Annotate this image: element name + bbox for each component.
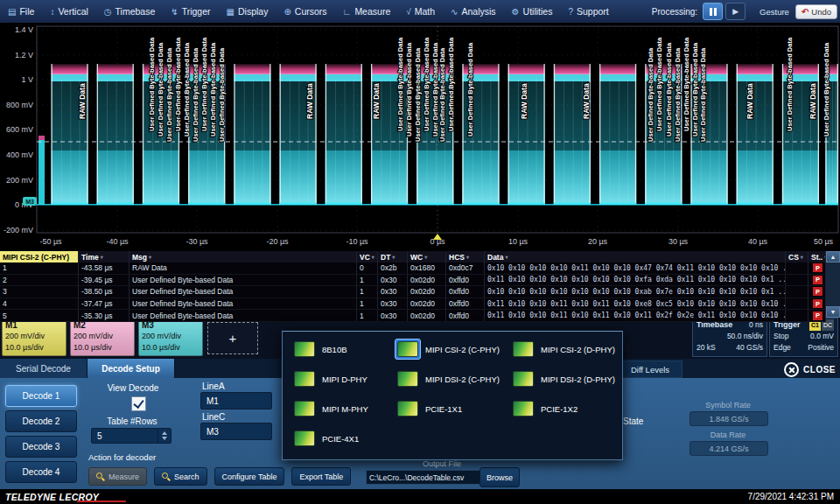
pass-badge: P [813, 276, 822, 284]
menu-item-measure[interactable]: ∟Measure [335, 0, 399, 23]
protocol-option-label: 8B10B [322, 345, 347, 354]
tab-diff-levels[interactable]: Diff Levels [618, 360, 682, 378]
linea-label: LineA [202, 382, 225, 391]
view-decode-checkbox[interactable] [131, 396, 146, 411]
menu-item-file[interactable]: ▤File [0, 0, 42, 23]
cell-cs [786, 298, 808, 310]
decode-table-row[interactable]: 4-37.47 µsUser Defined Byte-based Data10… [0, 298, 826, 311]
utilities-icon: ⚙ [512, 7, 520, 17]
configure-table-button[interactable]: Configure Table [214, 467, 285, 486]
decode-table-row[interactable]: 1-43.58 µsRAW Data00x2b0x16800xd0c70x10 … [0, 262, 826, 275]
protocol-option-pcie-1x1[interactable]: PCIE-1X1 [395, 398, 510, 419]
timebase-box[interactable]: Timebase0 ns 50.0 ns/div 20 kS40 GS/s [692, 318, 767, 357]
linec-select[interactable]: M3 [200, 423, 272, 440]
pass-badge: P [813, 287, 822, 296]
column-header-hcs[interactable]: HCS [446, 251, 485, 262]
measure-button[interactable]: Measure [88, 467, 147, 486]
processing-group: Processing: ▶ Gesture ↶Undo [652, 3, 840, 20]
svg-text:50 µs: 50 µs [814, 237, 834, 246]
cell-hcs: 0xffd0 [446, 298, 485, 310]
trigger-slope: Positive [808, 342, 834, 354]
menu-item-support[interactable]: ?Support [560, 0, 616, 23]
column-header-dt[interactable]: DT [378, 251, 408, 262]
tab-serial-decode[interactable]: Serial Decode [0, 359, 88, 378]
pause-button[interactable] [703, 3, 723, 20]
protocol-option-pcie-4x1[interactable]: PCIE-4X1 [291, 428, 395, 449]
trigger-box[interactable]: TriggerC1DC Stop0.0 mV EdgePositive [769, 318, 838, 357]
trace-box-m3[interactable]: M3200 mV/div10.0 µs/div [138, 318, 203, 356]
protocol-option-pcie-1x2[interactable]: PCIE-1X2 [510, 398, 624, 419]
trace-box-m2[interactable]: M2200 mV/div10.0 µs/div [70, 318, 135, 356]
menu-item-trigger[interactable]: ↯Trigger [163, 0, 218, 23]
column-header-time[interactable]: Time [79, 251, 130, 262]
protocol-icon [513, 401, 534, 416]
decode-4-button[interactable]: Decode 4 [5, 461, 77, 483]
decode-table-title[interactable]: MIPI CSI-2 (C-PHY) [0, 251, 79, 262]
action-button-label: Configure Table [222, 472, 277, 481]
decode-table-row[interactable]: 3-38.50 µsUser Defined Byte-based Data10… [0, 286, 826, 298]
close-button[interactable]: CLOSE [784, 362, 836, 377]
protocol-option-mipi-m-phy[interactable]: MIPI M-PHY [291, 398, 395, 419]
decode-1-button[interactable]: Decode 1 [5, 385, 77, 407]
protocol-option-mipi-csi-2-c-phy-[interactable]: MIPI CSI-2 (C-PHY) [395, 339, 510, 360]
menu-item-analysis[interactable]: ∿Analysis [443, 0, 504, 23]
linea-select[interactable]: M1 [200, 392, 272, 410]
protocol-option-label: PCIE-1X1 [425, 404, 462, 414]
waveform-area[interactable]: RAW DataUser Defined Byte-based DataUser… [0, 23, 840, 251]
cell-status: P [808, 310, 826, 321]
column-header-vc[interactable]: VC [357, 251, 378, 262]
scroll-up-icon[interactable]: ▲ [826, 251, 840, 262]
decode-2-button[interactable]: Decode 2 [5, 410, 77, 432]
protocol-option-mipi-csi-2-d-phy-[interactable]: MIPI CSI-2 (D-PHY) [510, 339, 624, 360]
teledyne-lecroy-logo: TELEDYNE LECROY [0, 492, 99, 502]
search-button[interactable]: Search [154, 467, 207, 486]
menu-item-display[interactable]: ▦Display [219, 0, 276, 23]
cell-status: P [808, 275, 826, 286]
scroll-down-icon[interactable]: ▼ [826, 306, 840, 318]
output-file-input[interactable] [366, 470, 481, 485]
decode-table-row[interactable]: 2-39.45 µsUser Defined Byte-based Data10… [0, 275, 826, 287]
trace-box-m1[interactable]: M1200 mV/div10.0 µs/div [2, 318, 66, 356]
browse-button[interactable]: Browse [480, 467, 520, 487]
protocol-option-label: MIPI DSI-2 (D-PHY) [541, 374, 615, 384]
add-trace-button[interactable]: + [207, 322, 258, 354]
decode-table-header: MIPI CSI-2 (C-PHY)TimeMsgVCDTWCHCSDataCS… [0, 251, 826, 262]
trigger-icon: ↯ [171, 7, 178, 17]
protocol-option-label: MIPI D-PHY [322, 374, 368, 384]
table-scrollbar[interactable]: ▲ ▼ [826, 251, 840, 318]
column-header-msg[interactable]: Msg [130, 251, 357, 262]
column-header-data[interactable]: Data [485, 251, 786, 262]
protocol-option-mipi-dsi-2-d-phy-[interactable]: MIPI DSI-2 (D-PHY) [510, 368, 624, 389]
play-button[interactable]: ▶ [725, 3, 746, 20]
row-index: 2 [0, 275, 79, 286]
undo-button[interactable]: ↶Undo [795, 4, 837, 19]
protocol-option-8b10b[interactable]: 8B10B [291, 339, 395, 360]
menu-item-math[interactable]: √Math [398, 0, 443, 23]
file-icon: ▤ [8, 7, 16, 17]
menu-item-vertical[interactable]: ↕Vertical [42, 0, 95, 23]
column-header-cs[interactable]: CS [786, 251, 808, 262]
decode-3-button[interactable]: Decode 3 [5, 436, 77, 458]
table-rows-stepper[interactable]: 5 [91, 428, 172, 444]
menu-item-utilities[interactable]: ⚙Utilities [504, 0, 561, 23]
menu-item-timebase[interactable]: ◷Timebase [96, 0, 163, 23]
decode-table-row[interactable]: 5-35.30 µsUser Defined Byte-based Data10… [0, 310, 826, 322]
linec-label: LineC [202, 412, 225, 422]
svg-text:-50 µs: -50 µs [39, 237, 62, 246]
menu-item-cursors[interactable]: ⊕Cursors [276, 0, 334, 23]
export-table-button[interactable]: Export Table [291, 467, 351, 486]
svg-text:-30 µs: -30 µs [186, 237, 208, 246]
tab-decode-setup[interactable]: Decode Setup [88, 359, 175, 378]
protocol-icon [294, 371, 315, 387]
protocol-icon [294, 341, 315, 357]
data-rate-label: Data Rate [688, 430, 768, 439]
column-header-st[interactable]: St.. [808, 251, 826, 262]
menu-item-label: Utilities [523, 6, 553, 17]
protocol-option-mipi-dsi-2-c-phy-[interactable]: MIPI DSI-2 (C-PHY) [395, 368, 510, 389]
protocol-icon-wrap [395, 368, 421, 389]
protocol-option-mipi-d-phy[interactable]: MIPI D-PHY [291, 368, 395, 389]
analysis-icon: ∿ [451, 7, 458, 17]
cell-data: 0x10 0x10 0x10 0x10 0x10 0x10 0x10 0xab … [485, 286, 786, 298]
column-header-wc[interactable]: WC [408, 251, 446, 262]
timebase-scale: 50.0 ns/div [727, 331, 763, 342]
